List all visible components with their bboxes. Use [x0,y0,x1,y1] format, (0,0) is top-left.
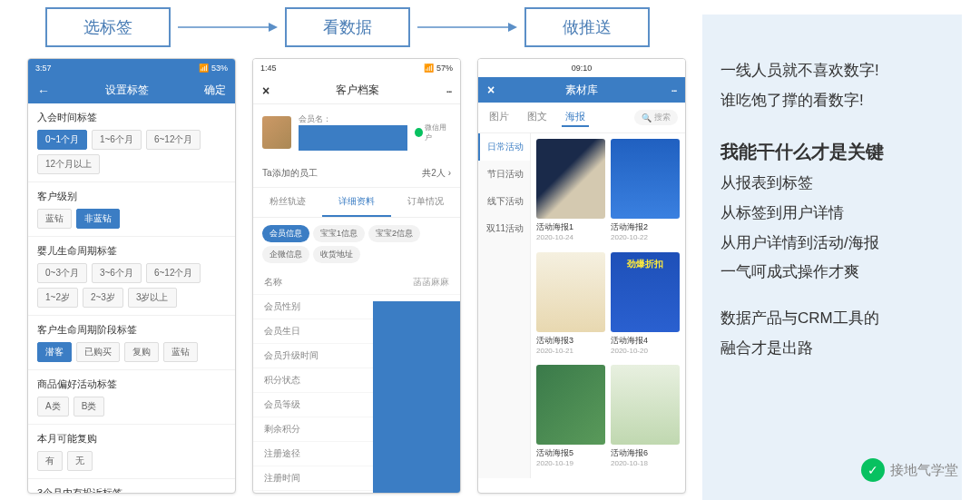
material-tab[interactable]: 图片 [485,108,513,127]
tag-chip[interactable]: 2~3岁 [83,288,123,308]
tag-chip[interactable]: 1~6个月 [92,130,142,150]
tag-chip[interactable]: 3岁以上 [128,288,177,308]
signal-icon: 📶 [424,64,434,73]
staff-row[interactable]: Ta添加的员工 共2人 › [253,160,460,188]
material-tab[interactable]: 图文 [524,108,551,127]
poster-thumbnail [611,365,680,445]
category-item[interactable]: 日常活动 [478,133,530,161]
category-item[interactable]: 双11活动 [478,215,530,242]
arrow-icon [178,22,278,33]
tag-section: 婴儿生命周期标签0~3个月3~6个月6~12个月1~2岁2~3岁3岁以上 [28,237,235,316]
tag-chip[interactable]: 0~3个月 [37,263,87,283]
poster-card[interactable]: 活动海报22020-10-22 [611,139,680,247]
search-input[interactable]: 🔍 搜索 [634,110,678,125]
section-label: 客户生命周期阶段标签 [37,323,226,337]
tag-chip[interactable]: 有 [37,451,63,471]
poster-card[interactable]: 活动海报62020-10-18 [611,365,680,473]
header-bar: × 素材库 ··· [478,77,685,103]
profile-tabs: 粉丝轨迹详细资料订单情况 [253,188,460,218]
poster-card[interactable]: 活动海报12020-10-24 [536,139,605,247]
tag-section: 客户生命周期阶段标签潜客已购买复购蓝钻 [28,316,235,370]
info-pill[interactable]: 宝宝1信息 [313,225,365,242]
text-emphasis: 我能干什么才是关键 [720,136,944,167]
tag-chip[interactable]: 蓝钻 [37,209,72,229]
category-item[interactable]: 线下活动 [478,188,530,215]
tag-section: 商品偏好活动标签A类B类 [28,370,235,425]
search-icon: 🔍 [642,113,652,123]
poster-thumbnail: 劲爆折扣 [611,252,680,332]
step-view-data: 看数据 [285,7,410,47]
text-line: 从报表到标签 [720,171,944,197]
poster-thumbnail [536,252,605,332]
section-label: 3个月内有投诉标签 [37,486,226,494]
info-pill[interactable]: 宝宝2信息 [368,225,420,242]
info-pills: 会员信息宝宝1信息宝宝2信息企微信息收货地址 [253,218,460,270]
text-line: 从标签到用户详情 [720,201,944,227]
redacted-block [299,125,407,151]
tag-chip[interactable]: 12个月以上 [37,154,100,174]
tag-section: 3个月内有投诉标签有无 [28,479,235,494]
poster-grid: 活动海报12020-10-24活动海报22020-10-22活动海报32020-… [531,133,685,478]
phone-material-library: 09:10 × 素材库 ··· 图片图文海报 🔍 搜索 日常活动节日活动线下活动… [477,58,686,494]
watermark: ✓ 接地气学堂 [861,458,958,482]
info-pill[interactable]: 企微信息 [262,246,309,263]
member-name-label: 会员名： [299,114,331,123]
back-icon[interactable]: ← [37,83,50,98]
phone-customer-profile: 1:45 📶 57% × 客户档案 ··· 会员名： 微信用户 Ta添加的员工 [252,58,461,494]
tag-chip[interactable]: 潜客 [37,342,72,362]
info-pill[interactable]: 会员信息 [262,225,309,242]
profile-tab[interactable]: 详细资料 [322,188,391,217]
section-label: 婴儿生命周期标签 [37,244,226,258]
profile-tab[interactable]: 粉丝轨迹 [253,188,322,217]
poster-card[interactable]: 劲爆折扣活动海报42020-10-20 [611,252,680,360]
status-bar: 09:10 [478,59,685,77]
status-bar: 3:57 📶 53% [28,59,235,77]
text-line: 一气呵成式操作才爽 [720,260,944,286]
header-bar: ← 设置标签 确定 [28,77,235,103]
poster-thumbnail [536,365,605,445]
text-line: 谁吃饱了撑的看数字! [720,88,944,114]
header-title: 设置标签 [105,83,149,98]
svg-marker-1 [269,23,278,32]
tag-chip[interactable]: 无 [67,451,93,471]
text-line: 数据产品与CRM工具的 [720,306,944,332]
close-icon[interactable]: × [487,83,495,97]
time-label: 09:10 [572,64,593,73]
tag-chip[interactable]: 蓝钻 [163,342,198,362]
tag-chip[interactable]: 3~6个月 [92,263,142,283]
phone-tag-selection: 3:57 📶 53% ← 设置标签 确定 入会时间标签0~1个月1~6个月6~1… [27,58,236,494]
step-do-push: 做推送 [524,7,650,47]
wechat-badge: 微信用户 [415,123,451,142]
tag-chip[interactable]: 1~2岁 [37,288,78,308]
info-pill[interactable]: 收货地址 [313,246,360,263]
section-label: 商品偏好活动标签 [37,377,226,391]
tag-chip[interactable]: 6~12个月 [146,130,201,150]
tag-chip[interactable]: 已购买 [76,342,120,362]
confirm-button[interactable]: 确定 [204,83,226,98]
menu-icon[interactable]: ··· [671,83,676,97]
category-item[interactable]: 节日活动 [478,161,530,188]
header-bar: × 客户档案 ··· [253,77,460,104]
tag-chip[interactable]: 6~12个月 [146,263,201,283]
tag-chip[interactable]: 复购 [124,342,159,362]
menu-icon[interactable]: ··· [446,83,451,98]
tag-chip[interactable]: 0~1个月 [37,130,87,150]
text-line: 融合才是出路 [720,336,944,362]
time-label: 1:45 [260,64,277,73]
tag-chip[interactable]: A类 [37,397,69,417]
tag-chip[interactable]: B类 [74,397,105,417]
status-bar: 1:45 📶 57% [253,59,460,77]
poster-card[interactable]: 活动海报52020-10-19 [536,365,605,473]
poster-thumbnail [536,139,605,219]
profile-card: 会员名： 微信用户 [253,104,460,160]
profile-tab[interactable]: 订单情况 [391,188,460,217]
close-icon[interactable]: × [262,83,270,98]
header-title: 素材库 [565,83,598,98]
tag-chip[interactable]: 非蓝钻 [76,209,120,229]
section-label: 入会时间标签 [37,111,226,124]
material-tab[interactable]: 海报 [562,108,589,127]
header-title: 客户档案 [336,83,379,98]
svg-marker-3 [508,23,517,32]
avatar [262,116,291,149]
poster-card[interactable]: 活动海报32020-10-21 [536,252,605,360]
